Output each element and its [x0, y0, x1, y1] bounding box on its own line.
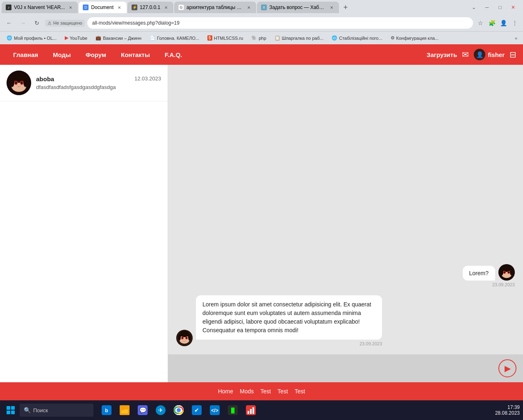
bookmark-php-icon: 🐘 — [251, 35, 257, 41]
bookmark-shpargalka[interactable]: 📋 Шпаргалка по раб... — [271, 34, 327, 41]
svg-rect-51 — [248, 411, 249, 414]
upload-button[interactable]: Загрузить — [427, 51, 457, 58]
svg-rect-27 — [180, 334, 189, 336]
nav-glavnaya[interactable]: Главная — [7, 48, 45, 62]
bookmark-my-profile-icon: 🌐 — [7, 35, 12, 41]
footer-link-mods[interactable]: Mods — [240, 388, 254, 395]
conversation-item-aboba[interactable]: aboba 12.03.2023 dfasdfasdfadsfgasdgasdd… — [0, 65, 168, 101]
security-label: Не защищено — [53, 21, 82, 25]
svg-point-5 — [10, 77, 14, 87]
maximize-button[interactable]: □ — [495, 2, 505, 12]
message-outgoing-1-avatar — [498, 264, 515, 281]
taskbar-app-terminal[interactable]: ▉ — [225, 402, 241, 418]
profile-button[interactable]: 👤 — [498, 18, 508, 28]
footer-link-test2[interactable]: Test — [277, 388, 288, 395]
chat-input[interactable] — [175, 365, 495, 372]
taskbar-app-chrome[interactable] — [171, 402, 187, 418]
tab-4-close[interactable]: ✕ — [246, 4, 252, 11]
tab-5-close[interactable]: ✕ — [328, 4, 335, 11]
footer-link-home[interactable]: Home — [218, 388, 233, 395]
bookmark-stabiliz-label: Стабілізаційні пого... — [339, 36, 382, 41]
bookmark-djinn[interactable]: 💼 Вакансии – Джинн — [92, 34, 145, 41]
window-controls: ⌄ ─ □ ✕ — [469, 2, 521, 12]
tab-1-favicon: ♪ — [6, 5, 11, 10]
taskbar-app-check[interactable]: ✔ — [189, 402, 205, 418]
taskbar-app-bing[interactable]: b — [98, 402, 115, 418]
refresh-button[interactable]: ↻ — [31, 17, 43, 29]
message-outgoing-1-date: 23.09.2023 — [492, 282, 515, 287]
close-button[interactable]: ✕ — [508, 2, 518, 12]
bookmark-shpargalka-icon: 📋 — [275, 35, 280, 41]
user-area[interactable]: 👤 fisher — [474, 49, 505, 60]
bookmark-config[interactable]: ⚙ Конфигурация кла... — [387, 34, 442, 41]
bookmark-php[interactable]: 🐘 php — [248, 34, 269, 41]
tab-2-close[interactable]: ✕ — [116, 4, 123, 11]
tab-3[interactable]: ⚡ 127.0.0.1 ✕ — [127, 2, 173, 13]
svg-point-43 — [177, 409, 180, 412]
address-bar: ← → ↻ ⚠ Не защищено all-mods/view/messag… — [0, 15, 523, 31]
taskbar-app-stats[interactable] — [243, 402, 259, 418]
url-bar[interactable]: all-mods/view/messages.php?dialog=19 — [87, 17, 473, 29]
taskbar-app-telegram[interactable]: ✈ — [152, 402, 169, 418]
taskbar-search[interactable]: 🔍 Поиск — [20, 404, 93, 417]
windows-logo — [7, 406, 15, 414]
logout-button[interactable]: ⊟ — [509, 50, 516, 59]
tab-2[interactable]: D Document ✕ — [79, 2, 127, 13]
tab-list-button[interactable]: ⌄ — [469, 2, 479, 12]
bookmark-djinn-icon: 💼 — [96, 35, 101, 41]
new-tab-button[interactable]: + — [340, 2, 351, 13]
conv-header-aboba: aboba 12.03.2023 — [36, 75, 161, 82]
mail-icon[interactable]: ✉ — [462, 50, 469, 59]
extensions-button[interactable]: 🧩 — [487, 18, 497, 28]
nav-forum[interactable]: Форум — [79, 48, 113, 62]
tab-3-close[interactable]: ✕ — [163, 4, 169, 11]
nav-mody[interactable]: Моды — [46, 48, 77, 62]
svg-point-20 — [508, 272, 509, 273]
message-incoming-1-text: Lorem ipsum dolor sit amet consectetur a… — [202, 301, 371, 333]
send-icon: ▶ — [505, 363, 511, 373]
tab-4-favicon: G — [178, 5, 184, 10]
bookmark-html5css[interactable]: 5 HTML5CSS.ru — [204, 34, 246, 41]
back-button[interactable]: ← — [3, 17, 15, 29]
conv-preview-aboba: dfasdfasdfadsfgasdgasddgfasdga — [36, 84, 161, 90]
taskbar-right: 17:39 28.08.2023 — [495, 404, 520, 416]
taskbar-time: 17:39 28.08.2023 — [495, 404, 520, 416]
tab-1-close[interactable]: ✕ — [67, 4, 74, 11]
bookmark-my-profile[interactable]: 🌐 Мой профиль • OL... — [3, 34, 60, 41]
site-nav-right: Загрузить ✉ 👤 fisher ⊟ — [427, 49, 516, 60]
bookmarks-bar: 🌐 Мой профиль • OL... ▶ YouTube 💼 Ваканс… — [0, 31, 523, 44]
browser-menu-button[interactable]: ⋮ — [510, 18, 520, 28]
message-incoming-1-content: Lorem ipsum dolor sit amet consectetur a… — [196, 295, 382, 346]
tab-3-title: 127.0.0.1 — [140, 5, 160, 10]
nav-faq[interactable]: F.A.Q. — [158, 48, 189, 62]
start-button[interactable] — [3, 403, 18, 418]
footer-link-test3[interactable]: Test — [295, 388, 305, 395]
taskbar-app-files[interactable] — [116, 402, 133, 418]
bookmark-youtube[interactable]: ▶ YouTube — [61, 34, 91, 41]
tab-1[interactable]: ♪ V0J x Narvent 'HEAR... ✕ — [2, 2, 78, 13]
footer-link-test1[interactable]: Test — [260, 388, 271, 395]
svg-text:</>: </> — [211, 408, 218, 413]
security-icon: ⚠ — [48, 21, 52, 26]
conv-avatar-aboba — [7, 71, 31, 95]
taskbar-app-discord[interactable]: 💬 — [134, 402, 151, 418]
bookmark-star-button[interactable]: ☆ — [475, 18, 485, 28]
browser-chrome: ♪ V0J x Narvent 'HEAR... ✕ D Document ✕ … — [0, 0, 523, 44]
bookmark-config-icon: ⚙ — [391, 35, 395, 41]
bookmark-stabiliz-icon: 🌐 — [332, 35, 337, 41]
tab-4[interactable]: G архитектура таблицы д... ✕ — [174, 2, 256, 13]
minimize-button[interactable]: ─ — [482, 2, 492, 12]
forward-button[interactable]: → — [17, 17, 29, 29]
taskbar-app-vscode[interactable]: </> — [207, 402, 223, 418]
tab-5-favicon: Х — [261, 5, 267, 10]
conv-name-aboba: aboba — [36, 75, 54, 82]
site-nav-left: Главная Моды Форум Контакты F.A.Q. — [7, 48, 189, 62]
bookmark-youtube-label: YouTube — [70, 36, 87, 41]
send-button[interactable]: ▶ — [498, 359, 516, 377]
bookmark-stabiliz[interactable]: 🌐 Стабілізаційні пого... — [328, 34, 385, 41]
tab-5[interactable]: Х Задать вопрос — Хабр С... ✕ — [257, 2, 339, 13]
nav-kontakty[interactable]: Контакты — [114, 48, 157, 62]
chat-input-area: ▶ — [168, 354, 523, 382]
bookmark-kamelo[interactable]: 📄 Головна. КАМЕЛО... — [146, 34, 202, 41]
bookmarks-more-button[interactable]: » — [512, 35, 520, 41]
